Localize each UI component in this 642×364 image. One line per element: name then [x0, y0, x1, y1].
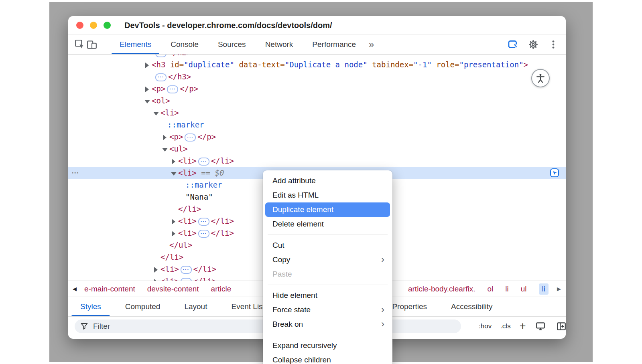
breadcrumb-item-li[interactable]: li: [505, 285, 508, 293]
device-toolbar-icon[interactable]: [86, 38, 98, 51]
breadcrumb-item-devsite-content[interactable]: devsite-content: [147, 285, 199, 293]
dom-tree-row[interactable]: <p>···</p>: [68, 83, 566, 95]
disclosure-triangle-icon[interactable]: [154, 267, 158, 273]
code-token: <li>: [178, 229, 197, 237]
row-actions-dots[interactable]: ⋯: [71, 167, 79, 179]
rendering-emulation-icon[interactable]: [534, 320, 547, 332]
context-menu-item-expand-recursively[interactable]: Expand recursively: [265, 338, 390, 353]
tab-console[interactable]: Console: [161, 35, 208, 54]
tab-sources[interactable]: Sources: [208, 35, 256, 54]
code-token: <p>: [152, 84, 165, 93]
breadcrumb-item-article-body-clearfix[interactable]: article-body.clearfix.: [408, 285, 475, 293]
disclosure-triangle-icon[interactable]: [153, 112, 159, 115]
menu-item-label: Cut: [272, 241, 284, 250]
scroll-into-view-icon[interactable]: [550, 168, 559, 178]
tab-elements[interactable]: Elements: [110, 35, 161, 54]
context-menu-item-force-state[interactable]: Force state›: [265, 303, 390, 317]
breadcrumb-scroll-right[interactable]: ▶: [552, 281, 566, 297]
inline-expand-badge[interactable]: ···: [181, 278, 192, 281]
more-tabs-icon[interactable]: »: [369, 40, 374, 49]
settings-gear-icon[interactable]: [527, 38, 539, 51]
disclosure-triangle-icon[interactable]: [145, 87, 149, 92]
code-token: </li>: [193, 265, 216, 273]
context-menu-item-collapse-children[interactable]: Collapse children: [265, 353, 390, 364]
accessibility-widget-button[interactable]: [531, 69, 550, 87]
dock-sidebar-icon[interactable]: [555, 320, 566, 332]
disclosure-slot: [153, 264, 160, 276]
code-token: </li>: [211, 216, 234, 225]
pane-tab-layout[interactable]: Layout: [172, 297, 219, 316]
dom-tree-row[interactable]: ::marker: [68, 119, 566, 131]
inline-expand-badge[interactable]: ···: [181, 266, 192, 274]
context-menu-item-hide-element[interactable]: Hide element: [265, 288, 390, 303]
dom-tree-row[interactable]: <li>···</li>: [68, 155, 566, 167]
dom-tree-row[interactable]: <ul>: [68, 143, 566, 155]
kebab-menu-icon[interactable]: [547, 38, 559, 51]
inline-expand-badge[interactable]: ···: [198, 158, 209, 166]
code-token: >: [524, 60, 528, 69]
element-picker-icon[interactable]: [507, 38, 519, 51]
breadcrumb-item-li[interactable]: li: [539, 283, 549, 295]
code-token: </h2>: [168, 55, 191, 57]
filter-funnel-icon: [80, 322, 88, 330]
context-menu-item-duplicate-element[interactable]: Duplicate element: [265, 202, 390, 217]
dom-tree-row[interactable]: ···</h3>: [68, 71, 566, 83]
context-menu-item-edit-as-html[interactable]: Edit as HTML: [265, 188, 390, 202]
tab-network[interactable]: Network: [256, 35, 303, 54]
dom-tree-row[interactable]: <p>···</p>: [68, 131, 566, 143]
inline-expand-badge[interactable]: ···: [198, 218, 209, 226]
inline-expand-badge[interactable]: ···: [167, 85, 178, 93]
context-menu-item-delete-element[interactable]: Delete element: [265, 217, 390, 231]
toggle-element-state-button[interactable]: :hov: [479, 322, 492, 330]
dom-tree-row[interactable]: <li>: [68, 107, 566, 119]
inline-expand-badge[interactable]: ···: [198, 230, 209, 238]
dom-tree-row[interactable]: ···</h2>: [68, 55, 566, 59]
disclosure-triangle-icon[interactable]: [171, 172, 177, 176]
pane-tab-accessibility[interactable]: Accessibility: [439, 297, 504, 316]
breadcrumb-item-ul[interactable]: ul: [521, 285, 527, 293]
menu-item-label: Duplicate element: [272, 205, 333, 214]
inline-expand-badge[interactable]: ···: [155, 73, 167, 81]
menu-separator: [268, 335, 388, 335]
devtools-tabs: ElementsConsoleSourcesNetworkPerformance: [110, 35, 366, 54]
code-token: <li>: [160, 108, 179, 117]
dom-tree-row[interactable]: <ol>: [68, 95, 566, 107]
zoom-button[interactable]: [104, 22, 111, 29]
code-token: </ul>: [169, 241, 192, 249]
element-classes-button[interactable]: .cls: [500, 322, 511, 330]
inspect-cursor-icon[interactable]: [74, 38, 86, 51]
disclosure-triangle-icon[interactable]: [172, 219, 175, 224]
inline-expand-badge[interactable]: ···: [185, 133, 196, 142]
menu-item-label: Add attribute: [272, 176, 316, 185]
context-menu-item-add-attribute[interactable]: Add attribute: [265, 174, 390, 188]
disclosure-triangle-icon[interactable]: [144, 100, 150, 103]
disclosure-slot: [171, 168, 178, 180]
code-token: $0: [215, 168, 224, 177]
disclosure-triangle-icon[interactable]: [145, 63, 149, 68]
tab-performance[interactable]: Performance: [303, 35, 366, 54]
disclosure-triangle-icon[interactable]: [162, 148, 168, 152]
disclosure-triangle-icon[interactable]: [172, 231, 175, 237]
code-token: id=: [165, 60, 184, 69]
breadcrumb-scroll-left[interactable]: ◀: [68, 281, 81, 297]
disclosure-slot: [171, 156, 178, 168]
inline-expand-badge[interactable]: ···: [155, 55, 167, 57]
context-menu-item-copy[interactable]: Copy›: [265, 253, 390, 267]
disclosure-triangle-icon[interactable]: [163, 135, 167, 140]
menu-item-label: Expand recursively: [272, 341, 337, 350]
breadcrumb-item-article[interactable]: article: [211, 285, 232, 293]
disclosure-triangle-icon[interactable]: [154, 279, 158, 281]
context-menu-item-break-on[interactable]: Break on›: [265, 317, 390, 332]
minimize-button[interactable]: [90, 22, 97, 29]
window-title: DevTools - developer.chrome.com/docs/dev…: [124, 21, 332, 30]
code-token: role=: [432, 60, 459, 69]
new-style-rule-button[interactable]: +: [520, 321, 526, 332]
pane-tab-computed[interactable]: Computed: [113, 297, 173, 316]
context-menu-item-cut[interactable]: Cut: [265, 238, 390, 253]
close-button[interactable]: [76, 22, 83, 29]
disclosure-triangle-icon[interactable]: [172, 159, 175, 164]
breadcrumb-item-e-main-content[interactable]: e-main-content: [84, 285, 135, 293]
breadcrumb-item-ol[interactable]: ol: [488, 285, 494, 293]
pane-tab-styles[interactable]: Styles: [68, 297, 113, 316]
dom-tree-row[interactable]: <h3 id="duplicate" data-text="Duplicate …: [68, 59, 566, 71]
